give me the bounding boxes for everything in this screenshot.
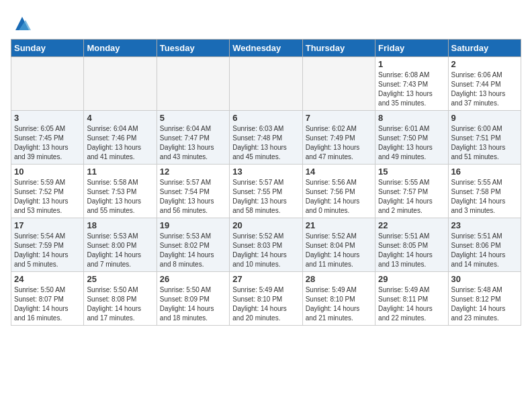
day-info: Sunrise: 5:55 AM Sunset: 7:57 PM Dayligh… <box>378 178 445 216</box>
calendar-cell: 7Sunrise: 6:02 AM Sunset: 7:49 PM Daylig… <box>302 111 375 165</box>
calendar-cell <box>230 57 302 111</box>
calendar-cell: 13Sunrise: 5:57 AM Sunset: 7:55 PM Dayli… <box>230 165 302 218</box>
logo-icon <box>12 13 32 34</box>
calendar-cell: 12Sunrise: 5:57 AM Sunset: 7:54 PM Dayli… <box>157 165 229 218</box>
day-number: 20 <box>232 220 299 230</box>
calendar-cell: 29Sunrise: 5:49 AM Sunset: 8:11 PM Dayli… <box>375 272 448 326</box>
day-number: 8 <box>378 113 445 123</box>
calendar-cell: 19Sunrise: 5:53 AM Sunset: 8:02 PM Dayli… <box>157 218 229 272</box>
day-number: 6 <box>232 113 299 123</box>
day-info: Sunrise: 6:06 AM Sunset: 7:44 PM Dayligh… <box>451 71 518 108</box>
calendar-cell: 23Sunrise: 5:51 AM Sunset: 8:06 PM Dayli… <box>448 218 521 272</box>
day-info: Sunrise: 5:49 AM Sunset: 8:10 PM Dayligh… <box>232 285 299 323</box>
day-info: Sunrise: 5:56 AM Sunset: 7:56 PM Dayligh… <box>306 178 372 216</box>
day-number: 12 <box>160 167 226 177</box>
day-number: 28 <box>306 274 372 284</box>
day-info: Sunrise: 5:48 AM Sunset: 8:12 PM Dayligh… <box>451 285 518 323</box>
day-info: Sunrise: 5:53 AM Sunset: 8:00 PM Dayligh… <box>87 232 153 269</box>
day-number: 30 <box>451 274 518 284</box>
day-number: 25 <box>87 274 153 284</box>
day-info: Sunrise: 6:01 AM Sunset: 7:50 PM Dayligh… <box>378 124 445 162</box>
day-info: Sunrise: 5:57 AM Sunset: 7:55 PM Dayligh… <box>232 178 299 216</box>
day-number: 9 <box>451 113 518 123</box>
calendar-cell: 3Sunrise: 6:05 AM Sunset: 7:45 PM Daylig… <box>11 111 84 165</box>
day-info: Sunrise: 6:02 AM Sunset: 7:49 PM Dayligh… <box>306 124 372 162</box>
calendar-week-1: 1Sunrise: 6:08 AM Sunset: 7:43 PM Daylig… <box>11 57 521 111</box>
day-info: Sunrise: 5:58 AM Sunset: 7:53 PM Dayligh… <box>87 178 153 216</box>
day-number: 7 <box>306 113 372 123</box>
day-number: 11 <box>87 167 153 177</box>
day-number: 5 <box>160 113 226 123</box>
calendar-cell: 1Sunrise: 6:08 AM Sunset: 7:43 PM Daylig… <box>375 57 448 111</box>
day-number: 16 <box>451 167 518 177</box>
day-info: Sunrise: 6:03 AM Sunset: 7:48 PM Dayligh… <box>232 124 299 162</box>
day-info: Sunrise: 5:50 AM Sunset: 8:09 PM Dayligh… <box>160 285 226 323</box>
weekday-header-saturday: Saturday <box>448 40 521 57</box>
day-info: Sunrise: 5:49 AM Sunset: 8:10 PM Dayligh… <box>306 285 372 323</box>
day-info: Sunrise: 5:59 AM Sunset: 7:52 PM Dayligh… <box>14 178 81 216</box>
day-number: 19 <box>160 220 226 230</box>
calendar-cell: 16Sunrise: 5:55 AM Sunset: 7:58 PM Dayli… <box>448 165 521 218</box>
calendar-cell: 27Sunrise: 5:49 AM Sunset: 8:10 PM Dayli… <box>230 272 302 326</box>
weekday-header-sunday: Sunday <box>11 40 84 57</box>
day-info: Sunrise: 6:04 AM Sunset: 7:46 PM Dayligh… <box>87 124 153 162</box>
weekday-header-tuesday: Tuesday <box>157 40 229 57</box>
day-info: Sunrise: 5:50 AM Sunset: 8:08 PM Dayligh… <box>87 285 153 323</box>
calendar-cell <box>302 57 375 111</box>
day-info: Sunrise: 5:55 AM Sunset: 7:58 PM Dayligh… <box>451 178 518 216</box>
logo <box>11 13 32 34</box>
calendar-week-5: 24Sunrise: 5:50 AM Sunset: 8:07 PM Dayli… <box>11 272 521 326</box>
day-info: Sunrise: 5:57 AM Sunset: 7:54 PM Dayligh… <box>160 178 226 216</box>
calendar-cell: 4Sunrise: 6:04 AM Sunset: 7:46 PM Daylig… <box>84 111 157 165</box>
page-header <box>11 11 521 34</box>
calendar-cell: 11Sunrise: 5:58 AM Sunset: 7:53 PM Dayli… <box>84 165 157 218</box>
calendar-cell: 8Sunrise: 6:01 AM Sunset: 7:50 PM Daylig… <box>375 111 448 165</box>
day-info: Sunrise: 5:52 AM Sunset: 8:03 PM Dayligh… <box>232 232 299 269</box>
day-number: 14 <box>306 167 372 177</box>
day-info: Sunrise: 5:52 AM Sunset: 8:04 PM Dayligh… <box>306 232 372 269</box>
calendar-cell: 9Sunrise: 6:00 AM Sunset: 7:51 PM Daylig… <box>448 111 521 165</box>
day-number: 10 <box>14 167 81 177</box>
calendar-cell <box>11 57 84 111</box>
day-number: 29 <box>378 274 445 284</box>
calendar-cell: 22Sunrise: 5:51 AM Sunset: 8:05 PM Dayli… <box>375 218 448 272</box>
calendar-cell: 18Sunrise: 5:53 AM Sunset: 8:00 PM Dayli… <box>84 218 157 272</box>
calendar-cell <box>157 57 229 111</box>
day-number: 22 <box>378 220 445 230</box>
day-number: 2 <box>451 59 518 69</box>
day-info: Sunrise: 5:53 AM Sunset: 8:02 PM Dayligh… <box>160 232 226 269</box>
day-info: Sunrise: 5:51 AM Sunset: 8:05 PM Dayligh… <box>378 232 445 269</box>
day-number: 24 <box>14 274 81 284</box>
calendar-table: SundayMondayTuesdayWednesdayThursdayFrid… <box>11 39 521 326</box>
day-info: Sunrise: 5:50 AM Sunset: 8:07 PM Dayligh… <box>14 285 81 323</box>
calendar-cell: 21Sunrise: 5:52 AM Sunset: 8:04 PM Dayli… <box>302 218 375 272</box>
calendar-cell: 15Sunrise: 5:55 AM Sunset: 7:57 PM Dayli… <box>375 165 448 218</box>
day-number: 1 <box>378 59 445 69</box>
calendar-header-row: SundayMondayTuesdayWednesdayThursdayFrid… <box>11 40 521 57</box>
calendar-cell: 25Sunrise: 5:50 AM Sunset: 8:08 PM Dayli… <box>84 272 157 326</box>
weekday-header-wednesday: Wednesday <box>230 40 302 57</box>
day-info: Sunrise: 6:05 AM Sunset: 7:45 PM Dayligh… <box>14 124 81 162</box>
calendar-cell: 26Sunrise: 5:50 AM Sunset: 8:09 PM Dayli… <box>157 272 229 326</box>
day-info: Sunrise: 5:49 AM Sunset: 8:11 PM Dayligh… <box>378 285 445 323</box>
day-number: 21 <box>306 220 372 230</box>
day-number: 13 <box>232 167 299 177</box>
calendar-cell: 28Sunrise: 5:49 AM Sunset: 8:10 PM Dayli… <box>302 272 375 326</box>
calendar-week-3: 10Sunrise: 5:59 AM Sunset: 7:52 PM Dayli… <box>11 165 521 218</box>
day-number: 26 <box>160 274 226 284</box>
calendar-cell: 30Sunrise: 5:48 AM Sunset: 8:12 PM Dayli… <box>448 272 521 326</box>
weekday-header-friday: Friday <box>375 40 448 57</box>
day-info: Sunrise: 5:54 AM Sunset: 7:59 PM Dayligh… <box>14 232 81 269</box>
day-number: 3 <box>14 113 81 123</box>
day-number: 17 <box>14 220 81 230</box>
calendar-cell: 17Sunrise: 5:54 AM Sunset: 7:59 PM Dayli… <box>11 218 84 272</box>
weekday-header-monday: Monday <box>84 40 157 57</box>
day-number: 27 <box>232 274 299 284</box>
calendar-cell: 10Sunrise: 5:59 AM Sunset: 7:52 PM Dayli… <box>11 165 84 218</box>
calendar-week-2: 3Sunrise: 6:05 AM Sunset: 7:45 PM Daylig… <box>11 111 521 165</box>
weekday-header-thursday: Thursday <box>302 40 375 57</box>
day-number: 18 <box>87 220 153 230</box>
day-number: 23 <box>451 220 518 230</box>
day-number: 4 <box>87 113 153 123</box>
calendar-cell: 14Sunrise: 5:56 AM Sunset: 7:56 PM Dayli… <box>302 165 375 218</box>
